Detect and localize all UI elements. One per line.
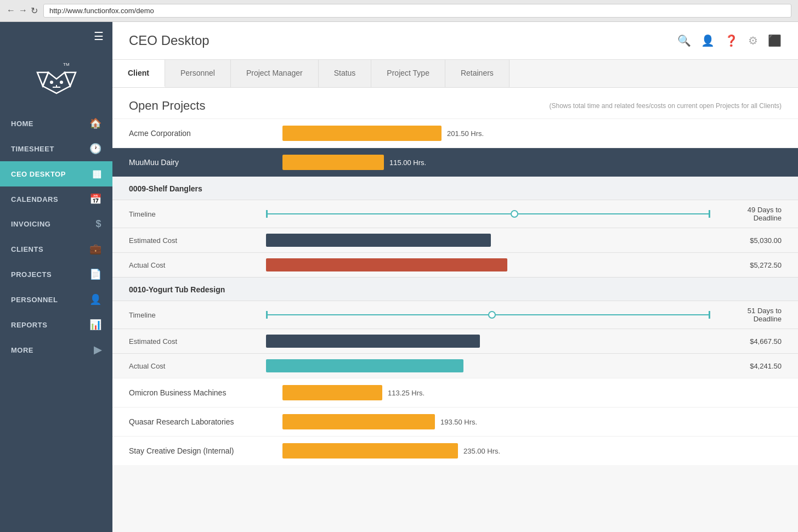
client-bar-container: 113.25 Hrs. xyxy=(282,385,782,400)
client-bar-container: 115.00 Hrs. xyxy=(282,155,782,170)
estimated-cost-value: $4,667.50 xyxy=(721,337,798,346)
client-name: Acme Corporation xyxy=(129,129,271,138)
settings-icon[interactable]: ⚙ xyxy=(748,34,758,47)
sidebar-item-home[interactable]: HOME 🏠 xyxy=(0,111,112,136)
nav-label-timesheet: TIMESHEET xyxy=(11,145,54,153)
timeline-label: Timeline xyxy=(112,210,255,218)
client-name: Omicron Business Machines xyxy=(129,388,271,397)
estimated-cost-row: Estimated Cost $4,667.50 xyxy=(112,329,798,353)
sidebar-item-clients[interactable]: CLIENTS 💼 xyxy=(0,236,112,262)
person-icon[interactable]: 👤 xyxy=(701,34,715,47)
timeline-track xyxy=(266,213,710,215)
logo-icon: TM xyxy=(35,56,78,100)
browser-nav[interactable]: ← → ↻ xyxy=(7,5,38,16)
tab-project-manager[interactable]: Project Manager xyxy=(231,60,319,87)
logo-area: TM xyxy=(0,50,112,111)
client-hours-bar xyxy=(282,443,458,459)
nav-label-more: MORE xyxy=(11,346,33,354)
timeline-line xyxy=(266,213,710,214)
app-layout: ☰ TM HOME 🏠 TIMESHEET 🕐 CEO DESKTOP ▦ CA… xyxy=(0,22,798,532)
actual-cost-label: Actual Cost xyxy=(112,362,255,370)
actual-cost-bar xyxy=(266,359,463,372)
actual-cost-bar xyxy=(266,258,507,271)
hamburger-menu[interactable]: ☰ xyxy=(94,30,104,43)
client-details: 0009-Shelf Danglers Timeline 49 Days to … xyxy=(112,177,798,378)
sidebar-item-calendars[interactable]: CALENDARS 📅 xyxy=(0,186,112,212)
client-name: Stay Creative Design (Internal) xyxy=(129,446,271,455)
estimated-cost-value: $5,030.00 xyxy=(721,236,798,245)
client-row[interactable]: Omicron Business Machines 113.25 Hrs. xyxy=(112,378,798,407)
refresh-button[interactable]: ↻ xyxy=(31,5,38,16)
tab-project-type[interactable]: Project Type xyxy=(371,60,445,87)
back-button[interactable]: ← xyxy=(7,5,15,16)
estimated-cost-label: Estimated Cost xyxy=(112,337,255,346)
sidebar-item-projects[interactable]: PROJECTS 📄 xyxy=(0,262,112,287)
page-title: CEO Desktop xyxy=(129,33,210,48)
tab-status[interactable]: Status xyxy=(319,60,372,87)
nav-icon-more: ▶ xyxy=(94,344,102,356)
actual-cost-row: Actual Cost $4,241.50 xyxy=(112,353,798,378)
timeline-start-cap xyxy=(266,311,268,319)
client-hours-bar xyxy=(282,126,442,141)
browser-chrome: ← → ↻ http://www.functionfox.com/demo xyxy=(0,0,798,22)
client-hours-label: 235.00 Hrs. xyxy=(463,447,500,455)
client-hours-label: 115.00 Hrs. xyxy=(389,159,426,167)
nav-label-calendars: CALENDARS xyxy=(11,195,58,203)
nav-label-home: HOME xyxy=(11,120,33,128)
sidebar-item-personnel[interactable]: PERSONNEL 👤 xyxy=(0,287,112,312)
sidebar-top: ☰ xyxy=(0,22,112,50)
client-bar-container: 235.00 Hrs. xyxy=(282,443,782,459)
logout-icon[interactable]: ⬛ xyxy=(768,34,782,47)
url-bar[interactable]: http://www.functionfox.com/demo xyxy=(43,4,791,18)
timeline-start-cap xyxy=(266,210,268,218)
header-icons: 🔍 👤 ❓ ⚙ ⬛ xyxy=(677,34,782,47)
section-header: Open Projects (Shows total time and rela… xyxy=(112,88,798,118)
timeline-row: Timeline 49 Days to Deadline xyxy=(112,200,798,228)
tab-personnel[interactable]: Personnel xyxy=(165,60,231,87)
timeline-handle[interactable] xyxy=(488,311,496,319)
nav-icon-calendars: 📅 xyxy=(89,193,102,205)
client-bar-container: 193.50 Hrs. xyxy=(282,414,782,429)
nav-label-personnel: PERSONNEL xyxy=(11,296,58,304)
sidebar-item-invoicing[interactable]: INVOICING $ xyxy=(0,212,112,236)
client-name: Quasar Research Laboratories xyxy=(129,417,271,426)
content-area: Open Projects (Shows total time and rela… xyxy=(112,88,798,532)
nav-icon-personnel: 👤 xyxy=(89,293,102,305)
actual-cost-value: $5,272.50 xyxy=(721,261,798,269)
client-hours-bar xyxy=(282,414,435,429)
client-row[interactable]: Quasar Research Laboratories 193.50 Hrs. xyxy=(112,407,798,436)
tabs-bar: ClientPersonnelProject ManagerStatusProj… xyxy=(112,60,798,88)
project-name: 0009-Shelf Danglers xyxy=(129,184,782,193)
timeline-end-cap xyxy=(709,210,710,218)
section-note: (Shows total time and related fees/costs… xyxy=(549,102,782,110)
nav-list: HOME 🏠 TIMESHEET 🕐 CEO DESKTOP ▦ CALENDA… xyxy=(0,111,112,363)
estimated-bar-container xyxy=(266,335,710,348)
client-row[interactable]: Acme Corporation 201.50 Hrs. xyxy=(112,118,798,148)
forward-button[interactable]: → xyxy=(19,5,27,16)
project-section: 0010-Yogurt Tub Redesign Timeline 51 Day… xyxy=(112,278,798,378)
sidebar-item-ceo-desktop[interactable]: CEO DESKTOP ▦ xyxy=(0,161,112,186)
search-icon[interactable]: 🔍 xyxy=(677,34,691,47)
sidebar-item-reports[interactable]: REPORTS 📊 xyxy=(0,312,112,337)
sidebar-item-timesheet[interactable]: TIMESHEET 🕐 xyxy=(0,136,112,161)
timeline-end-cap xyxy=(709,311,710,319)
sidebar: ☰ TM HOME 🏠 TIMESHEET 🕐 CEO DESKTOP ▦ CA… xyxy=(0,22,112,532)
tab-client[interactable]: Client xyxy=(112,60,165,87)
client-hours-label: 193.50 Hrs. xyxy=(440,418,477,426)
client-row[interactable]: Stay Creative Design (Internal) 235.00 H… xyxy=(112,436,798,465)
timeline-bar-container xyxy=(266,314,710,316)
client-row[interactable]: MuuMuu Dairy 115.00 Hrs. xyxy=(112,148,798,177)
tab-retainers[interactable]: Retainers xyxy=(445,60,510,87)
svg-marker-1 xyxy=(37,72,48,86)
nav-icon-home: 🏠 xyxy=(89,117,102,129)
estimated-cost-row: Estimated Cost $5,030.00 xyxy=(112,228,798,252)
nav-label-invoicing: INVOICING xyxy=(11,220,50,228)
svg-text:TM: TM xyxy=(63,62,70,67)
actual-cost-row: Actual Cost $5,272.50 xyxy=(112,252,798,277)
actual-cost-value: $4,241.50 xyxy=(721,362,798,370)
timeline-handle[interactable] xyxy=(511,210,518,218)
sidebar-item-more[interactable]: MORE ▶ xyxy=(0,337,112,363)
project-section: 0009-Shelf Danglers Timeline 49 Days to … xyxy=(112,177,798,278)
help-icon[interactable]: ❓ xyxy=(725,34,738,47)
actual-bar-container xyxy=(266,359,710,372)
